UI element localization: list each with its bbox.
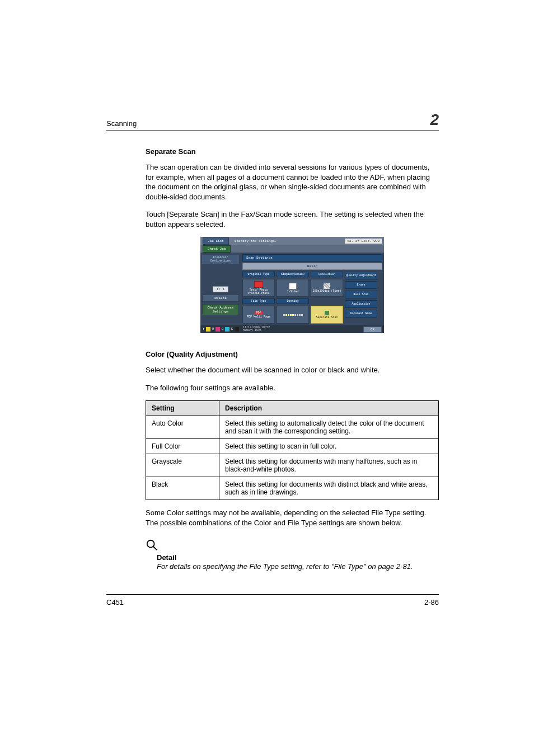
check-job-button[interactable]: Check Job <box>203 245 231 253</box>
broadcast-label: Broadcast Destinations <box>202 255 239 264</box>
filetype-head: File Type <box>242 298 275 304</box>
chapter-number: 2 <box>430 112 439 128</box>
setting-name: Auto Color <box>146 416 219 439</box>
original-type-value: Text/ Photo Printed Photo <box>243 288 274 295</box>
detail-heading: Detail <box>157 553 439 562</box>
page-footer: C451 2-86 <box>106 594 439 606</box>
table-row: Full Color Select this setting to scan i… <box>146 439 439 454</box>
color-p2: The following four settings are availabl… <box>146 383 439 393</box>
quality-adjustment-button[interactable]: Quality Adjustment <box>345 272 377 279</box>
joblist-tab[interactable]: Job List <box>203 237 229 245</box>
filetype-button[interactable]: PDF PDF Multi Page <box>242 306 275 324</box>
setting-desc: Select this setting to automatically det… <box>219 416 439 439</box>
model-number: C451 <box>106 598 124 606</box>
magnifier-icon <box>146 539 158 551</box>
device-screenshot: Job List Specify the settings. No. of De… <box>200 237 384 333</box>
toner-k-icon <box>234 326 240 332</box>
table-row: Auto Color Select this setting to automa… <box>146 416 439 439</box>
color-heading: Color (Quality Adjustment) <box>146 350 439 358</box>
toner-y-icon <box>205 326 211 332</box>
density-indicator <box>283 314 303 316</box>
application-button[interactable]: Application <box>345 300 377 308</box>
section-name: Scanning <box>106 119 137 128</box>
simplex-head: Simplex/Duplex <box>277 272 309 277</box>
setting-name: Black <box>146 477 219 500</box>
delete-button[interactable]: Delete <box>202 295 239 302</box>
specify-text: Specify the settings. <box>231 239 343 243</box>
setting-desc: Select this setting for documents with d… <box>219 477 439 500</box>
separate-scan-button[interactable]: Separate Scan <box>311 306 343 324</box>
filetype-value: PDF Multi Page <box>247 315 270 319</box>
erase-button[interactable]: Erase <box>345 281 377 289</box>
ok-button[interactable]: OK <box>363 326 382 333</box>
separate-scan-label: Separate Scan <box>316 316 338 319</box>
resolution-head: Resolution <box>311 272 343 277</box>
col-description: Description <box>219 401 439 416</box>
separate-scan-p2: Touch [Separate Scan] in the Fax/Scan mo… <box>146 209 439 229</box>
page-header: Scanning 2 <box>106 112 439 130</box>
separate-scan-heading: Separate Scan <box>146 147 439 156</box>
toner-m-icon <box>215 326 221 332</box>
color-after: Some Color settings may not be available… <box>146 508 439 528</box>
color-p1: Select whether the document will be scan… <box>146 365 439 375</box>
col-setting: Setting <box>146 401 219 416</box>
density-head: Density <box>277 298 309 304</box>
page-icon <box>289 283 297 290</box>
original-type-head: Original Type <box>242 272 275 277</box>
detail-body: For details on specifying the File Type … <box>157 562 439 572</box>
grid-icon <box>324 283 330 289</box>
setting-name: Grayscale <box>146 454 219 477</box>
page-number: 2-86 <box>424 598 439 606</box>
table-row: Grayscale Select this setting for docume… <box>146 454 439 477</box>
pdf-icon: PDF <box>255 311 262 315</box>
separate-scan-p1: The scan operation can be divided into s… <box>146 162 439 202</box>
setting-name: Full Color <box>146 439 219 454</box>
memory: Memory 100% <box>243 329 261 332</box>
density-button[interactable] <box>277 306 309 324</box>
setting-desc: Select this setting to scan in full colo… <box>219 439 439 454</box>
original-type-button[interactable]: Text/ Photo Printed Photo <box>242 279 275 297</box>
dest-count: No. of Dest. 000 <box>345 239 382 244</box>
svg-point-0 <box>147 540 154 548</box>
check-address-button[interactable]: Check Address Settings <box>202 304 239 315</box>
table-row: Black Select this setting for documents … <box>146 477 439 500</box>
resolution-button[interactable]: 200x200dpi (Fine) <box>311 279 343 297</box>
toner-c-icon <box>224 326 230 332</box>
book-scan-button[interactable]: Book Scan <box>345 291 377 298</box>
photo-icon <box>254 281 263 288</box>
simplex-value: 1-Sided <box>287 290 298 293</box>
stack-icon <box>325 311 329 315</box>
resolution-value: 200x200dpi (Fine) <box>312 290 341 293</box>
color-settings-table: Setting Description Auto Color Select th… <box>146 400 439 500</box>
setting-desc: Select this setting for documents with m… <box>219 454 439 477</box>
scan-settings-tab[interactable]: Scan Settings <box>242 254 382 262</box>
document-name-button[interactable]: Document Name <box>345 310 377 318</box>
svg-line-1 <box>153 547 157 550</box>
pager[interactable]: 1/ 1 <box>213 286 228 292</box>
simplex-button[interactable]: 1-Sided <box>277 279 309 297</box>
basic-bar: Basic <box>242 263 382 270</box>
